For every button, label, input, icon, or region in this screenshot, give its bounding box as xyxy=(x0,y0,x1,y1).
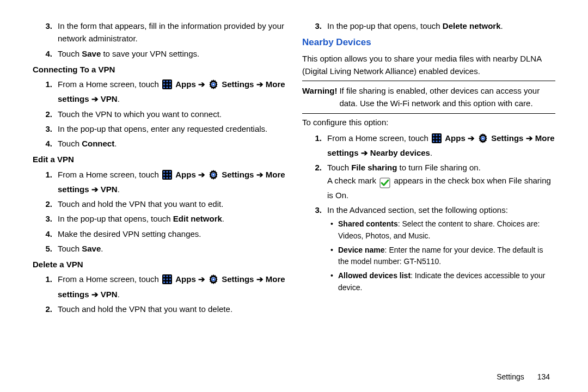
page-body: 3.In the form that appears, fill in the … xyxy=(0,0,588,370)
list-item: 2.Touch and hold the VPN that you want t… xyxy=(54,198,286,210)
edit-steps: 1. From a Home screen, touch Apps ➔ Sett… xyxy=(33,168,286,255)
footer-page-number: 134 xyxy=(537,372,550,381)
list-item: 1. From a Home screen, touch Apps ➔ Sett… xyxy=(54,168,286,196)
configure-steps: 1. From a Home screen, touch Apps ➔ Sett… xyxy=(302,132,555,294)
svg-rect-1 xyxy=(163,81,165,82)
bullet-item: Shared contents: Select the content to s… xyxy=(338,218,555,242)
svg-rect-45 xyxy=(439,140,440,142)
list-item: 3.In the form that appears, fill in the … xyxy=(54,20,286,45)
svg-rect-27 xyxy=(169,275,171,277)
svg-rect-19 xyxy=(163,177,165,179)
list-item: 2.Touch the VPN to which you want to con… xyxy=(54,108,286,120)
connecting-steps: 1. From a Home screen, touch Apps ➔ Sett… xyxy=(33,78,286,150)
list-item: 3.In the pop-up that opens, enter any re… xyxy=(54,122,286,135)
svg-rect-42 xyxy=(439,137,440,139)
settings-gear-icon xyxy=(209,170,218,183)
page-footer: Settings 134 xyxy=(0,370,588,381)
continuing-list-right: 3.In the pop-up that opens, touch Delete… xyxy=(302,20,555,32)
list-item: 2.Touch and hold the VPN that you want t… xyxy=(54,303,286,315)
svg-rect-44 xyxy=(436,140,438,142)
svg-rect-21 xyxy=(169,177,171,179)
apps-icon xyxy=(162,170,172,183)
continuing-list: 3.In the form that appears, fill in the … xyxy=(33,20,286,60)
list-item: 2. Touch File sharing to turn File shari… xyxy=(324,161,555,201)
svg-rect-9 xyxy=(169,87,171,88)
footer-section: Settings xyxy=(497,372,524,381)
svg-rect-5 xyxy=(167,84,168,85)
svg-rect-20 xyxy=(167,177,168,179)
list-item: 1. From a Home screen, touch Apps ➔ Sett… xyxy=(54,78,286,106)
checkmark-icon xyxy=(379,176,390,189)
svg-rect-14 xyxy=(167,171,168,173)
apps-icon xyxy=(162,79,172,93)
svg-rect-25 xyxy=(163,275,165,277)
svg-rect-43 xyxy=(433,140,434,142)
list-item: 4.Make the desired VPN setting changes. xyxy=(54,228,286,240)
svg-rect-3 xyxy=(169,81,171,82)
list-item: 3.In the pop-up that opens, touch Delete… xyxy=(324,20,555,32)
advanced-options: Shared contents: Select the content to s… xyxy=(327,218,555,293)
svg-rect-17 xyxy=(167,174,168,175)
list-item: 1. From a Home screen, touch Apps ➔ Sett… xyxy=(324,132,555,160)
svg-rect-13 xyxy=(163,171,165,173)
left-column: 3.In the form that appears, fill in the … xyxy=(33,17,286,365)
svg-rect-8 xyxy=(167,87,168,88)
subheading-connecting: Connecting To a VPN xyxy=(33,63,286,76)
svg-rect-37 xyxy=(433,134,434,136)
apps-icon xyxy=(162,274,172,287)
warning-label: Warning! xyxy=(302,84,337,110)
svg-rect-2 xyxy=(167,81,168,82)
svg-rect-30 xyxy=(169,279,171,280)
list-item: 3. In the Advanced section, set the foll… xyxy=(324,204,555,293)
list-item: 4.Touch Save to save your VPN settings. xyxy=(54,47,286,60)
svg-rect-39 xyxy=(439,134,440,136)
configure-intro: To configure this option: xyxy=(302,116,555,128)
svg-rect-41 xyxy=(436,137,438,139)
list-item: 5.Touch Save. xyxy=(54,242,286,255)
divider xyxy=(302,113,555,114)
svg-rect-32 xyxy=(167,281,168,283)
svg-rect-15 xyxy=(169,171,171,173)
subheading-delete: Delete a VPN xyxy=(33,258,286,271)
list-item: 4.Touch Connect. xyxy=(54,137,286,150)
settings-gear-icon xyxy=(209,274,218,287)
svg-rect-4 xyxy=(163,84,165,85)
svg-rect-38 xyxy=(436,134,438,136)
delete-steps: 1. From a Home screen, touch Apps ➔ Sett… xyxy=(33,273,286,315)
bullet-item: Allowed devices list: Indicate the devic… xyxy=(338,270,555,293)
list-item: 3.In the pop-up that opens, touch Edit n… xyxy=(54,212,286,225)
svg-rect-40 xyxy=(433,137,434,139)
warning-block: Warning! If file sharing is enabled, oth… xyxy=(302,84,555,110)
bullet-item: Device name: Enter the name for your dev… xyxy=(338,244,555,268)
svg-rect-33 xyxy=(169,281,171,283)
svg-rect-28 xyxy=(163,279,165,280)
intro-paragraph: This option allows you to share your med… xyxy=(302,52,555,78)
svg-rect-26 xyxy=(167,275,168,277)
subheading-edit: Edit a VPN xyxy=(33,153,286,166)
divider xyxy=(302,81,555,81)
warning-text: If file sharing is enabled, other device… xyxy=(339,84,555,110)
settings-gear-icon xyxy=(209,79,218,93)
right-column: 3.In the pop-up that opens, touch Delete… xyxy=(302,17,555,365)
section-nearby-devices: Nearby Devices xyxy=(302,35,555,50)
svg-rect-31 xyxy=(163,281,165,283)
svg-rect-6 xyxy=(169,84,171,85)
apps-icon xyxy=(432,133,442,146)
svg-rect-18 xyxy=(169,174,171,175)
list-item: 1. From a Home screen, touch Apps ➔ Sett… xyxy=(54,273,286,301)
settings-gear-icon xyxy=(478,133,488,146)
svg-rect-7 xyxy=(163,87,165,88)
svg-rect-16 xyxy=(163,174,165,175)
svg-rect-29 xyxy=(167,279,168,280)
